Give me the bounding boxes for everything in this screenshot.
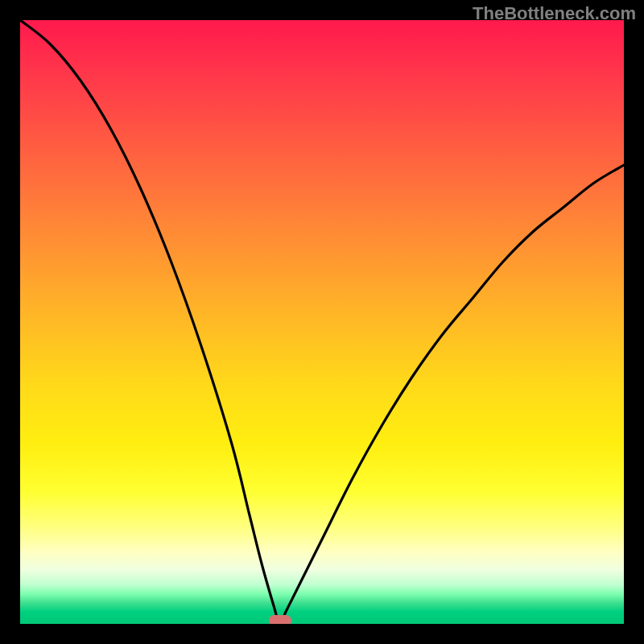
minimum-marker <box>269 615 291 624</box>
plot-area <box>20 20 624 624</box>
curve-layer <box>20 20 624 624</box>
bottleneck-curve <box>20 20 624 624</box>
watermark-text: TheBottleneck.com <box>473 3 636 24</box>
